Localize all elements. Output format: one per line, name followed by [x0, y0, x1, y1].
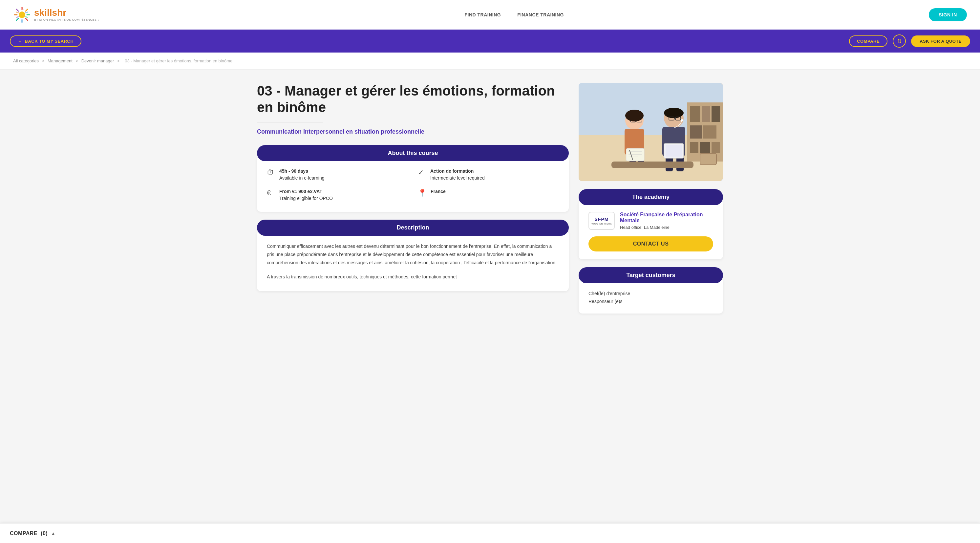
breadcrumb-management[interactable]: Management — [48, 59, 73, 64]
action-type-item: ✓ Action de formation Intermediate level… — [418, 168, 559, 182]
breadcrumb-devenir-manager[interactable]: Devenir manager — [81, 59, 114, 64]
nav-find-training[interactable]: FIND TRAINING — [465, 12, 501, 18]
about-card: ⏱ 45h - 90 days Available in e-learning … — [257, 156, 569, 212]
academy-logo-row: SFPM VOUS EN MIEUX Société Française de … — [589, 212, 713, 230]
target-pill: Target customers — [579, 267, 723, 283]
description-label: Description — [396, 224, 429, 231]
compare-button[interactable]: COMPARE — [849, 35, 888, 47]
logo-icon — [13, 6, 31, 24]
svg-rect-17 — [690, 106, 700, 122]
svg-rect-20 — [690, 126, 702, 139]
svg-line-13 — [16, 17, 18, 18]
svg-rect-25 — [700, 153, 716, 165]
svg-rect-21 — [703, 126, 716, 139]
breadcrumb-all-categories[interactable]: All categories — [13, 59, 39, 64]
level-value: Intermediate level required — [430, 175, 485, 182]
target-section: Target customers Chef(fe) d'entreprise R… — [579, 267, 723, 314]
back-button[interactable]: ← BACK TO MY SEARCH — [10, 35, 81, 47]
svg-line-7 — [25, 9, 27, 11]
price-item: € From €1 900 ex.VAT Training eligible f… — [267, 188, 408, 202]
share-icon: ⇅ — [897, 38, 902, 44]
description-text-main: Communiquer efficacement avec les autres… — [267, 242, 559, 267]
svg-rect-34 — [626, 148, 644, 161]
svg-rect-19 — [711, 106, 720, 122]
svg-point-33 — [625, 110, 644, 121]
logo-tagline: ET SI ON PILOTAIT NOS COMPÉTENCES ? — [34, 18, 99, 21]
academy-info: Société Française de Préparation Mentale… — [620, 212, 713, 230]
svg-point-0 — [19, 11, 25, 18]
svg-rect-48 — [666, 145, 682, 157]
duration-item: ⏱ 45h - 90 days Available in e-learning — [267, 168, 408, 182]
academy-hq: Head office: La Madeleine — [620, 225, 713, 230]
about-section-pill: About this course — [257, 145, 569, 161]
svg-line-10 — [25, 12, 27, 13]
format-value: Available in e-learning — [279, 175, 325, 182]
course-subtitle: Communication interpersonnel en situatio… — [257, 128, 569, 135]
description-text-2: A travers la transmission de nombreux ou… — [267, 273, 559, 281]
target-customer-1: Responseur (e)s — [589, 298, 713, 306]
right-column: The academy SFPM VOUS EN MIEUX Société F… — [579, 83, 723, 322]
main-content: 03 - Manager et gérer les émotions, form… — [244, 70, 736, 322]
target-card: Chef(fe) d'entreprise Responseur (e)s — [579, 278, 723, 314]
description-pill: Description — [257, 220, 569, 236]
duration-value: 45h - 90 days — [279, 168, 325, 175]
course-image — [579, 83, 723, 181]
svg-rect-18 — [702, 106, 710, 122]
academy-logo-sub: VOUS EN MIEUX — [592, 223, 612, 225]
description-section: Description Communiquer efficacement ave… — [257, 220, 569, 291]
left-column: 03 - Manager et gérer les émotions, form… — [257, 83, 569, 322]
svg-point-49 — [681, 119, 683, 121]
action-text: Action de formation Intermediate level r… — [430, 168, 485, 182]
svg-point-43 — [664, 108, 684, 118]
target-customer-0: Chef(fe) d'entreprise — [589, 290, 713, 298]
logo-text: skillshr ET SI ON PILOTAIT NOS COMPÉTENC… — [34, 8, 99, 21]
opco-value: Training eligible for OPCO — [279, 195, 333, 202]
bar-right: COMPARE ⇅ ASK FOR A QUOTE — [849, 35, 970, 48]
duration-text: 45h - 90 days Available in e-learning — [279, 168, 325, 182]
price-value: From €1 900 ex.VAT — [279, 188, 333, 195]
target-label: Target customers — [626, 272, 675, 279]
header: skillshr ET SI ON PILOTAIT NOS COMPÉTENC… — [0, 0, 980, 30]
location-item: 📍 France — [418, 188, 559, 202]
logo-brand-text: skills — [34, 8, 57, 18]
arrow-left-icon: ← — [18, 39, 22, 44]
breadcrumb-sep-3: > — [117, 59, 121, 64]
breadcrumb-sep-2: > — [75, 59, 79, 64]
course-title: 03 - Manager et gérer les émotions, form… — [257, 83, 569, 116]
logo-area: skillshr ET SI ON PILOTAIT NOS COMPÉTENC… — [13, 6, 99, 24]
svg-line-8 — [16, 18, 18, 20]
euro-icon: € — [267, 189, 275, 197]
svg-line-11 — [25, 17, 27, 18]
info-grid: ⏱ 45h - 90 days Available in e-learning … — [267, 168, 559, 202]
price-text: From €1 900 ex.VAT Training eligible for… — [279, 188, 333, 202]
breadcrumb-sep-1: > — [42, 59, 46, 64]
location-value: France — [431, 188, 446, 195]
ask-quote-button[interactable]: ASK FOR A QUOTE — [911, 35, 970, 47]
svg-rect-24 — [711, 142, 720, 153]
description-card: Communiquer efficacement avec les autres… — [257, 231, 569, 291]
svg-line-6 — [25, 18, 27, 20]
academy-section: The academy SFPM VOUS EN MIEUX Société F… — [579, 189, 723, 260]
svg-rect-50 — [611, 161, 694, 168]
academy-card: SFPM VOUS EN MIEUX Société Française de … — [579, 200, 723, 260]
nav-finance-training[interactable]: FINANCE TRAINING — [517, 12, 564, 18]
breadcrumb: All categories > Management > Devenir ma… — [0, 53, 980, 70]
academy-logo: SFPM VOUS EN MIEUX — [589, 212, 615, 230]
logo-brand-suffix: hr — [57, 8, 66, 18]
about-section: About this course ⏱ 45h - 90 days Availa… — [257, 145, 569, 212]
about-label: About this course — [388, 150, 438, 156]
contact-us-button[interactable]: CONTACT US — [589, 236, 713, 252]
purple-bar: ← BACK TO MY SEARCH COMPARE ⇅ ASK FOR A … — [0, 30, 980, 53]
location-text: France — [431, 188, 446, 195]
academy-pill: The academy — [579, 189, 723, 205]
sign-in-button[interactable]: SIGN IN — [929, 8, 967, 21]
share-button[interactable]: ⇅ — [893, 35, 906, 48]
nav-links: FIND TRAINING FINANCE TRAINING — [465, 12, 564, 18]
check-icon: ✓ — [418, 169, 426, 177]
svg-rect-22 — [690, 142, 698, 153]
location-icon: 📍 — [418, 189, 427, 197]
clock-icon: ⏱ — [267, 169, 275, 177]
svg-rect-23 — [700, 142, 710, 153]
academy-logo-text: SFPM — [595, 217, 609, 222]
action-type-value: Action de formation — [430, 168, 485, 175]
